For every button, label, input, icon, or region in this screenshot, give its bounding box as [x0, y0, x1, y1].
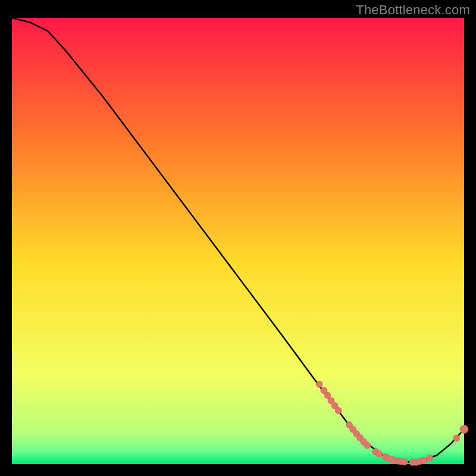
highlight-dot [364, 442, 371, 449]
highlight-dot [420, 458, 427, 464]
highlight-dot [460, 425, 468, 434]
highlight-dot [316, 381, 322, 387]
highlight-dot [453, 435, 460, 441]
highlight-dot [376, 450, 383, 457]
highlight-dot [401, 459, 408, 465]
bottleneck-curve-chart [0, 0, 476, 476]
watermark-text: TheBottleneck.com [356, 2, 470, 18]
plot-background [12, 18, 464, 464]
highlight-dot [335, 408, 342, 414]
highlight-dot [427, 455, 433, 461]
